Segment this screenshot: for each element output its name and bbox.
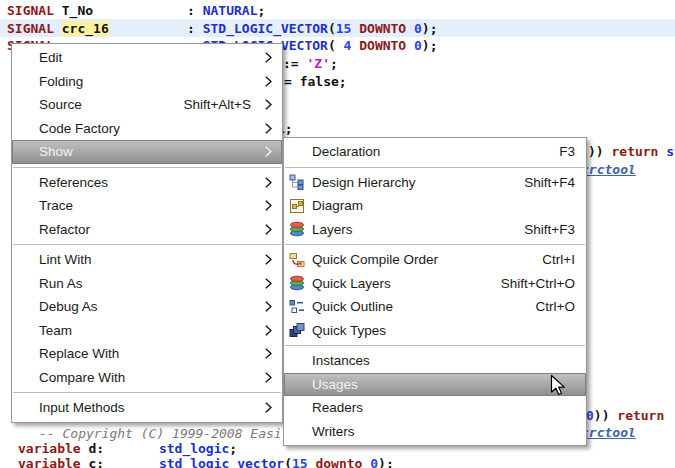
menu-item-label: Lint With [39, 252, 265, 267]
types-icon [289, 322, 305, 338]
code-token: downto [315, 456, 362, 468]
submenu-item-declaration[interactable]: DeclarationF3 [284, 140, 586, 164]
submenu-item-instances[interactable]: Instances [284, 349, 586, 373]
menu-item-label: Source [39, 97, 183, 112]
screenshot-root: { "colors":{ "keyword":"#8b1a1a","type":… [0, 0, 675, 468]
menu-item-label: Edit [39, 50, 265, 65]
code-token [406, 38, 414, 53]
code-token: crc_16 [62, 21, 109, 36]
crctool-link[interactable]: crctool [581, 425, 636, 440]
code-token: SIGNAL [7, 3, 54, 18]
menu-item-input-methods[interactable]: Input Methods [12, 396, 282, 420]
menu-item-code-factory[interactable]: Code Factory [12, 117, 282, 141]
shortcut-label: Shift+Alt+S [183, 97, 251, 112]
code-token: = false; [284, 74, 347, 89]
code-token: NATURAL [203, 3, 258, 18]
code-token: )) [594, 408, 617, 423]
menu-item-lint-with[interactable]: Lint With [12, 248, 282, 272]
shortcut-label: F3 [559, 144, 575, 159]
code-line: = false; [284, 74, 347, 90]
menu-item-debug-as[interactable]: Debug As [12, 295, 282, 319]
code-token: c: [81, 456, 159, 468]
shortcut-label: Shift+F3 [524, 222, 575, 237]
menu-item-refactor[interactable]: Refactor [12, 218, 282, 242]
menu-item-label: Team [39, 323, 265, 338]
submenu-item-design-hierarchy[interactable]: Design HierarchyShift+F4 [284, 171, 586, 195]
menu-item-label: Instances [312, 353, 577, 368]
submenu-chevron-icon [265, 146, 273, 157]
menu-item-team[interactable]: Team [12, 319, 282, 343]
code-token: 15 [292, 456, 308, 468]
submenu-item-quick-outline[interactable]: Quick OutlineCtrl+O [284, 295, 586, 319]
code-token: : [109, 21, 203, 36]
code-token: variable [18, 456, 81, 468]
menu-item-edit[interactable]: Edit [12, 46, 282, 70]
submenu-chevron-icon [265, 402, 273, 413]
menu-item-label: Diagram [312, 198, 577, 213]
menu-item-compare-with[interactable]: Compare With [12, 366, 282, 390]
code-token: := [283, 56, 306, 71]
menu-item-label: Code Factory [39, 121, 265, 136]
submenu-item-usages[interactable]: Usages [284, 373, 586, 397]
submenu-item-layers[interactable]: LayersShift+F3 [284, 218, 586, 242]
no-icon [289, 423, 305, 439]
show-submenu: DeclarationF3Design HierarchyShift+F4Dia… [283, 137, 587, 446]
menu-item-label: Writers [312, 424, 577, 439]
no-icon [289, 353, 305, 369]
menu-item-folding[interactable]: Folding [12, 70, 282, 94]
code-token: -- Copyright (C) 1999-2008 Easi [39, 426, 282, 441]
menu-item-replace-with[interactable]: Replace With [12, 342, 282, 366]
menu-item-label: Trace [39, 198, 265, 213]
code-token: ; [330, 56, 338, 71]
menu-item-label: References [39, 175, 265, 190]
submenu-chevron-icon [265, 254, 273, 265]
menu-separator [285, 241, 585, 248]
menu-item-label: Usages [312, 377, 577, 392]
menu-item-label: Readers [312, 400, 577, 415]
shortcut-label: Shift+F4 [524, 175, 575, 190]
code-token [54, 21, 62, 36]
outline-icon [289, 299, 305, 315]
submenu-chevron-icon [265, 348, 273, 359]
menu-item-source[interactable]: SourceShift+Alt+S [12, 93, 282, 117]
submenu-item-quick-layers[interactable]: Quick LayersShift+Ctrl+O [284, 272, 586, 296]
code-token: 0 [370, 456, 378, 468]
submenu-item-quick-types[interactable]: Quick Types [284, 319, 586, 343]
menu-item-references[interactable]: References [12, 171, 282, 195]
code-line: 0)) return [586, 408, 664, 424]
submenu-item-diagram[interactable]: Diagram [284, 194, 586, 218]
code-token: DOWNTO [359, 38, 406, 53]
submenu-item-quick-compile-order[interactable]: Quick Compile OrderCtrl+I [284, 248, 586, 272]
mouse-cursor [550, 374, 568, 402]
menu-item-trace[interactable]: Trace [12, 194, 282, 218]
code-token: ); [422, 21, 438, 36]
code-token: st [666, 144, 675, 159]
code-line: crctool [581, 162, 636, 178]
submenu-chevron-icon [265, 177, 273, 188]
menu-item-label: Input Methods [39, 400, 265, 415]
submenu-item-readers[interactable]: Readers [284, 396, 586, 420]
shortcut-label: Ctrl+I [542, 252, 575, 267]
code-line: variable c: std_logic_vector(15 downto 0… [18, 456, 394, 468]
menu-item-show[interactable]: Show [12, 140, 282, 164]
menu-item-label: Quick Compile Order [312, 252, 542, 267]
crctool-link[interactable]: crctool [581, 162, 636, 177]
menu-item-label: Quick Types [312, 323, 577, 338]
no-icon [289, 376, 305, 392]
submenu-chevron-icon [265, 52, 273, 63]
menu-item-label: Design Hierarchy [312, 175, 524, 190]
menu-item-run-as[interactable]: Run As [12, 272, 282, 296]
submenu-chevron-icon [265, 325, 273, 336]
code-line: variable d: std_logic; [18, 441, 237, 457]
menu-item-label: Show [39, 144, 265, 159]
menu-item-label: Declaration [312, 144, 559, 159]
code-token: 0 [586, 408, 594, 423]
submenu-chevron-icon [265, 278, 273, 289]
shortcut-label: Shift+Ctrl+O [501, 276, 575, 291]
shortcut-label: Ctrl+O [536, 299, 575, 314]
submenu-item-writers[interactable]: Writers [284, 420, 586, 444]
diagram-icon [289, 198, 305, 214]
code-token: ); [378, 456, 394, 468]
menu-separator [13, 389, 281, 396]
menu-separator [13, 241, 281, 248]
